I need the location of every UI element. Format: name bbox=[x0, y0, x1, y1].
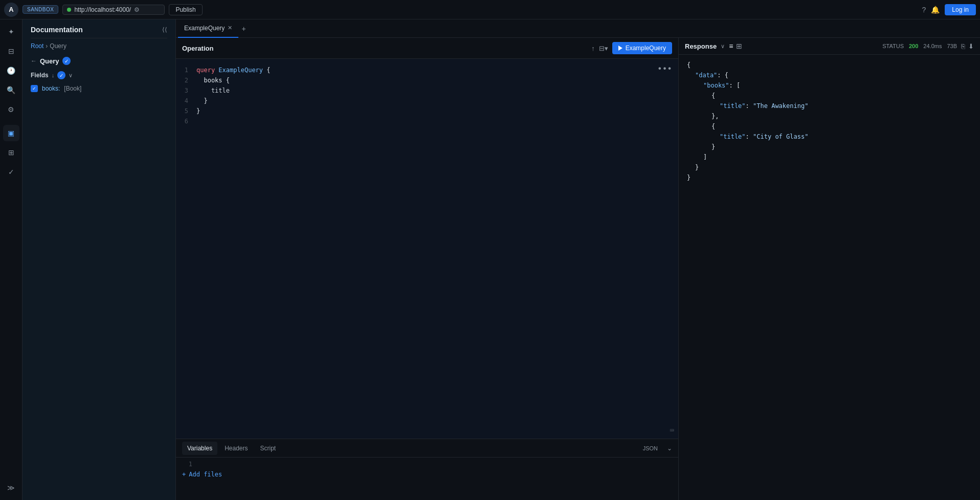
json-label: JSON bbox=[643, 445, 658, 451]
login-button[interactable]: Log in bbox=[945, 4, 976, 15]
code-line-1: 1 query ExampleQuery { bbox=[176, 65, 678, 75]
field-name-books: books: bbox=[42, 85, 60, 92]
sidebar-back-row: ← Query ✓ bbox=[23, 54, 175, 68]
run-button[interactable]: ExampleQuery bbox=[612, 42, 672, 54]
rail-check-icon[interactable]: ✓ bbox=[3, 164, 19, 180]
code-line-5: 5 } bbox=[176, 106, 678, 116]
back-arrow-icon[interactable]: ← bbox=[31, 57, 37, 64]
response-view-icons: ≡ ⊞ bbox=[729, 42, 742, 50]
breadcrumb-root[interactable]: Root bbox=[31, 42, 43, 50]
url-bar[interactable]: http://localhost:4000/ ⚙ bbox=[62, 5, 165, 15]
line-content-3: title bbox=[196, 85, 678, 96]
variables-bar: Variables Headers Script JSON ⌄ 1 bbox=[176, 439, 678, 500]
publish-button[interactable]: Publish bbox=[169, 4, 202, 15]
fields-chevron-icon[interactable]: ∨ bbox=[69, 72, 73, 79]
url-status-dot bbox=[67, 8, 71, 12]
breadcrumb-current: Query bbox=[50, 42, 66, 50]
editor-and-response: ExampleQuery ✕ + Operation ↑ ⊟▾ ExampleQ… bbox=[176, 19, 980, 500]
query-check-badge: ✓ bbox=[62, 57, 71, 65]
response-label: Response bbox=[685, 42, 717, 50]
field-type-books: [Book] bbox=[64, 85, 81, 92]
copy-button[interactable]: ⊟▾ bbox=[599, 45, 608, 52]
breadcrumb: Root › Query bbox=[23, 38, 175, 54]
sidebar-collapse-icon[interactable]: ⟨⟨ bbox=[162, 26, 167, 33]
editor-dots-menu[interactable]: ••• bbox=[657, 64, 672, 74]
settings-icon[interactable]: ⚙ bbox=[134, 6, 140, 13]
response-table-view-icon[interactable]: ⊞ bbox=[736, 42, 742, 50]
add-files-plus-icon: + bbox=[182, 471, 186, 478]
response-chevron-icon[interactable]: ∨ bbox=[721, 43, 725, 50]
add-files-label: Add files bbox=[189, 471, 222, 478]
response-copy-icon[interactable]: ⎘ bbox=[961, 42, 965, 50]
code-line-4: 4 } bbox=[176, 96, 678, 106]
line-num-4: 4 bbox=[176, 96, 196, 106]
code-editor[interactable]: 1 query ExampleQuery { 2 books { 3 bbox=[176, 59, 678, 439]
app-logo: A bbox=[4, 3, 18, 17]
response-panel: Response ∨ ≡ ⊞ STATUS 200 24.0ms 73B ⎘ bbox=[678, 38, 980, 500]
topbar: A SANDBOX http://localhost:4000/ ⚙ Publi… bbox=[0, 0, 980, 19]
response-download-icon[interactable]: ⬇ bbox=[968, 42, 974, 50]
rail-active-icon[interactable]: ▣ bbox=[3, 125, 19, 141]
rail-expand-icon[interactable]: ≫ bbox=[3, 480, 19, 496]
tab-headers[interactable]: Headers bbox=[219, 442, 253, 455]
tab-add-icon[interactable]: + bbox=[238, 25, 249, 33]
rail-schema-icon[interactable]: ✦ bbox=[3, 24, 19, 40]
json-line-2: "books": [ bbox=[687, 80, 972, 91]
sidebar: Documentation ⟨⟨ Root › Query ← Query ✓ … bbox=[23, 19, 176, 500]
rail-history-icon[interactable]: 🕐 bbox=[3, 62, 19, 79]
tab-close-icon[interactable]: ✕ bbox=[228, 25, 232, 31]
editor-corner-icon: ⌨ bbox=[670, 426, 674, 434]
variables-chevron-icon[interactable]: ⌄ bbox=[667, 445, 672, 452]
json-line-0: { bbox=[687, 60, 972, 70]
tab-label: ExampleQuery bbox=[184, 25, 225, 32]
response-size: 73B bbox=[947, 43, 957, 49]
response-body: { "data": { "books": [ { "title": "The A… bbox=[679, 55, 980, 500]
variables-content[interactable]: 1 + Add files bbox=[176, 458, 678, 500]
json-line-7: "title": "City of Glass" bbox=[687, 132, 972, 142]
sidebar-header: Documentation ⟨⟨ bbox=[23, 19, 175, 38]
editor-section: Operation ↑ ⊟▾ ExampleQuery 1 bbox=[176, 38, 678, 500]
sidebar-query-label: Query bbox=[40, 57, 59, 65]
rail-save-icon[interactable]: ⊟ bbox=[3, 43, 19, 59]
fields-row: Fields ↓ ✓ ∨ bbox=[23, 68, 175, 82]
json-line-8: } bbox=[687, 142, 972, 152]
operation-header: Operation ↑ ⊟▾ ExampleQuery bbox=[176, 38, 678, 59]
status-label: STATUS bbox=[882, 43, 904, 49]
code-line-6: 6 bbox=[176, 116, 678, 126]
fields-sort-icon[interactable]: ↓ bbox=[52, 72, 55, 78]
line-content-4: } bbox=[196, 96, 678, 106]
help-icon[interactable]: ? bbox=[922, 6, 926, 14]
rail-plugin-icon[interactable]: ⊞ bbox=[3, 144, 19, 161]
rail-settings-icon[interactable]: ⚙ bbox=[3, 101, 19, 118]
field-item-books: ✓ books: [Book] bbox=[23, 82, 175, 95]
response-list-view-icon[interactable]: ≡ bbox=[729, 42, 733, 50]
line-content-6 bbox=[196, 116, 678, 126]
line-num-6: 6 bbox=[176, 116, 196, 126]
json-line-11: } bbox=[687, 172, 972, 183]
line-num-2: 2 bbox=[176, 75, 196, 85]
tab-example-query[interactable]: ExampleQuery ✕ bbox=[178, 19, 238, 38]
sandbox-badge: SANDBOX bbox=[23, 5, 58, 14]
add-files-row[interactable]: + Add files bbox=[182, 470, 672, 479]
tab-script[interactable]: Script bbox=[255, 442, 281, 455]
bell-icon[interactable]: 🔔 bbox=[931, 6, 940, 14]
variables-tab-right: JSON ⌄ bbox=[643, 445, 672, 452]
operation-label: Operation bbox=[182, 45, 213, 52]
json-line-10: } bbox=[687, 162, 972, 172]
icon-rail: ✦ ⊟ 🕐 🔍 ⚙ ▣ ⊞ ✓ ≫ bbox=[0, 19, 23, 500]
response-copy-icons: ⎘ ⬇ bbox=[961, 42, 974, 50]
rail-search-icon[interactable]: 🔍 bbox=[3, 82, 19, 98]
line-num-5: 5 bbox=[176, 106, 196, 116]
fields-check-badge: ✓ bbox=[57, 71, 65, 79]
response-time: 24.0ms bbox=[923, 43, 942, 49]
tab-variables[interactable]: Variables bbox=[182, 442, 217, 455]
run-button-label: ExampleQuery bbox=[626, 45, 666, 52]
json-line-4: "title": "The Awakening" bbox=[687, 101, 972, 111]
code-line-2: 2 books { bbox=[176, 75, 678, 85]
breadcrumb-separator: › bbox=[46, 42, 48, 50]
share-button[interactable]: ↑ bbox=[591, 45, 595, 52]
field-checkbox-books[interactable]: ✓ bbox=[31, 85, 38, 92]
line-content-1: query ExampleQuery { bbox=[196, 65, 678, 75]
json-line-9: ] bbox=[687, 152, 972, 162]
sidebar-title: Documentation bbox=[31, 26, 83, 34]
